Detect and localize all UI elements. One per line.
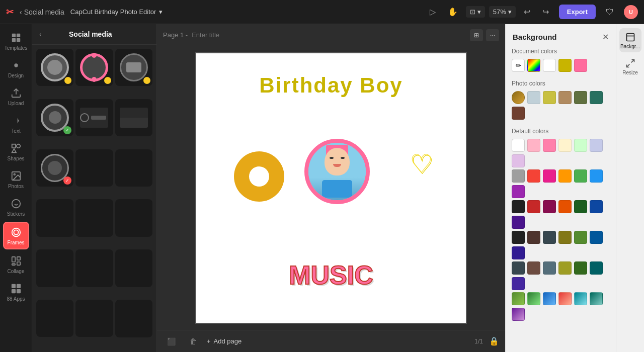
music-text[interactable]: MUSIC — [196, 260, 466, 290]
color-swatch[interactable] — [590, 292, 603, 305]
color-swatch[interactable] — [574, 261, 587, 275]
lock-button[interactable]: 🔒 — [489, 336, 499, 346]
color-swatch[interactable] — [512, 200, 525, 213]
panel-back-button[interactable]: ‹ — [39, 30, 42, 38]
frame-item[interactable] — [75, 99, 113, 136]
color-swatch[interactable] — [574, 292, 587, 305]
user-avatar[interactable]: U — [624, 5, 638, 19]
add-page-button[interactable]: + Add page — [207, 337, 242, 345]
sidebar-item-stickers[interactable]: Stickers — [3, 194, 29, 220]
delete-button[interactable]: 🗑 — [186, 335, 201, 347]
color-swatch[interactable] — [558, 261, 572, 275]
sidebar-item-photos[interactable]: Photos — [3, 166, 29, 192]
color-swatch[interactable] — [527, 231, 540, 244]
color-swatch[interactable] — [590, 231, 603, 244]
back-button[interactable]: ‹ Social media — [20, 8, 64, 16]
color-swatch[interactable] — [574, 91, 587, 104]
page-title-input[interactable] — [192, 31, 466, 39]
color-swatch[interactable] — [512, 107, 525, 120]
color-swatch[interactable] — [590, 169, 603, 183]
frame-item[interactable] — [75, 300, 113, 337]
frame-item[interactable] — [75, 249, 113, 287]
sidebar-item-templates[interactable]: Templates — [3, 28, 29, 54]
sidebar-item-design[interactable]: Design — [3, 56, 29, 81]
frame-item[interactable] — [75, 49, 113, 86]
undo-button[interactable]: ↩ — [520, 4, 534, 20]
color-swatch[interactable] — [512, 185, 525, 198]
color-swatch[interactable] — [543, 91, 556, 104]
color-swatch[interactable] — [512, 261, 525, 275]
resize-control[interactable]: ⊡ ▾ — [466, 6, 485, 18]
color-swatch[interactable] — [574, 169, 587, 183]
save-template-button[interactable]: ⬛ — [163, 335, 180, 347]
right-sidebar-item-background[interactable]: Backgr... — [619, 28, 641, 52]
sidebar-item-shapes[interactable]: Shapes — [3, 139, 29, 164]
rainbow-swatch[interactable] — [527, 59, 540, 72]
color-swatch[interactable] — [574, 231, 587, 244]
frame-item[interactable] — [75, 149, 113, 187]
color-swatch[interactable] — [543, 292, 556, 305]
more-options-button[interactable]: ··· — [486, 29, 499, 41]
color-swatch[interactable] — [512, 277, 525, 290]
pink-swatch[interactable] — [574, 59, 587, 72]
yellow-swatch[interactable] — [558, 59, 572, 72]
color-swatch[interactable] — [590, 139, 603, 152]
color-swatch[interactable] — [527, 139, 540, 152]
photo-color-swatch[interactable] — [512, 91, 525, 104]
frame-item[interactable]: ✓ — [36, 99, 73, 136]
frame-item[interactable] — [115, 49, 152, 86]
color-swatch[interactable] — [543, 231, 556, 244]
security-icon[interactable]: 🛡 — [602, 5, 618, 20]
color-swatch[interactable] — [558, 200, 572, 213]
color-swatch[interactable] — [512, 216, 525, 229]
color-swatch[interactable] — [590, 200, 603, 213]
right-sidebar-item-resize[interactable]: Resize — [619, 54, 641, 78]
photo-frame[interactable] — [304, 139, 370, 204]
sidebar-item-text[interactable]: Text — [3, 111, 29, 137]
canvas[interactable]: Birthday Boy — [195, 52, 467, 324]
zoom-control[interactable]: 57% ▾ — [489, 6, 516, 18]
color-swatch[interactable] — [558, 91, 572, 104]
color-swatch[interactable] — [512, 231, 525, 244]
frame-item[interactable] — [36, 49, 73, 86]
frame-item[interactable] — [36, 199, 73, 236]
sidebar-item-upload[interactable]: Upload — [3, 83, 29, 109]
frame-item[interactable] — [115, 149, 152, 187]
color-swatch[interactable] — [558, 231, 572, 244]
frame-item[interactable] — [115, 300, 152, 337]
white-swatch[interactable] — [543, 59, 556, 72]
hand-tool[interactable]: ✋ — [444, 4, 462, 20]
sidebar-item-frames[interactable]: Frames — [3, 222, 29, 249]
color-swatch[interactable] — [543, 139, 556, 152]
color-swatch[interactable] — [527, 200, 540, 213]
frame-item[interactable] — [75, 199, 113, 236]
eyedropper-swatch[interactable]: ✏ — [512, 59, 525, 72]
frame-item[interactable] — [36, 300, 73, 337]
project-title[interactable]: CapCut Birthday Photo Editor ▾ — [70, 8, 163, 16]
birthday-text[interactable]: Birthday Boy — [196, 73, 466, 98]
close-button[interactable]: ✕ — [602, 32, 609, 42]
color-swatch[interactable] — [512, 308, 525, 321]
color-swatch[interactable] — [590, 91, 603, 104]
frame-item[interactable] — [115, 199, 152, 236]
color-swatch[interactable] — [558, 292, 572, 305]
color-swatch[interactable] — [590, 261, 603, 275]
sidebar-item-apps[interactable]: 88 Apps — [3, 279, 29, 305]
color-swatch[interactable] — [543, 169, 556, 183]
color-swatch[interactable] — [512, 169, 525, 183]
color-swatch[interactable] — [512, 154, 525, 167]
color-swatch[interactable] — [512, 246, 525, 259]
color-swatch[interactable] — [574, 139, 587, 152]
frame-item[interactable]: ✓ — [36, 149, 73, 187]
play-button[interactable]: ▷ — [426, 4, 440, 20]
color-swatch[interactable] — [543, 261, 556, 275]
color-swatch[interactable] — [558, 139, 572, 152]
heart-shape[interactable]: ♡ — [410, 149, 433, 179]
sidebar-item-collage[interactable]: Collage — [3, 251, 29, 277]
color-swatch[interactable] — [558, 169, 572, 183]
donut-shape[interactable] — [234, 151, 284, 202]
color-swatch[interactable] — [527, 292, 540, 305]
color-swatch[interactable] — [527, 91, 540, 104]
frame-item[interactable] — [115, 249, 152, 287]
color-swatch[interactable] — [512, 139, 525, 152]
